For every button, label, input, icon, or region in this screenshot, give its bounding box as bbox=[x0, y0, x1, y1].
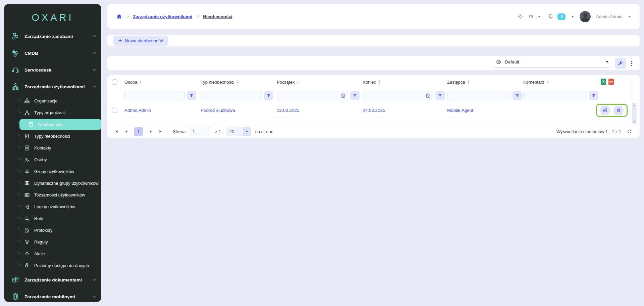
sidebar-item-tozsamosci[interactable]: Tożsamości użytkowników bbox=[4, 189, 101, 201]
bell-icon[interactable] bbox=[548, 13, 554, 19]
sidebar-item-cmdb[interactable]: CMDB bbox=[4, 45, 101, 61]
sidebar-item-label: Akcje bbox=[34, 251, 45, 256]
filter-funnel-button[interactable] bbox=[187, 91, 196, 100]
sidebar-item-typy-nieobecnosci[interactable]: Typy nieobecności bbox=[4, 130, 101, 142]
sidebar-item-label: Loginy użytkowników bbox=[34, 204, 75, 209]
sidebar: OXARI Zarządzanie zasobami CMDB Serviced… bbox=[4, 4, 101, 302]
filter-input-koniec[interactable] bbox=[363, 91, 433, 100]
gear-icon[interactable] bbox=[517, 13, 523, 19]
refresh-icon[interactable] bbox=[627, 129, 632, 134]
new-absence-button[interactable]: + Nowa nieobecność bbox=[113, 36, 168, 46]
first-page-button[interactable] bbox=[114, 129, 118, 134]
sidebar-item-akcje[interactable]: Akcje bbox=[4, 248, 101, 260]
breadcrumb-link-users[interactable]: Zarządzanie użytkownikami bbox=[133, 14, 192, 19]
filter-input-typ[interactable] bbox=[201, 91, 262, 100]
column-menu-icon[interactable] bbox=[547, 80, 548, 84]
column-menu-icon[interactable] bbox=[237, 80, 238, 84]
sidebar-item-label: Kontakty bbox=[34, 145, 51, 150]
sidebar-item-kontakty[interactable]: Kontakty bbox=[4, 142, 101, 154]
sidebar-item-grupy-uzytkownikow[interactable]: Grupy użytkowników bbox=[4, 166, 101, 177]
home-icon[interactable] bbox=[116, 13, 122, 19]
actions-band: + Nowa nieobecność bbox=[107, 35, 640, 46]
calendar-icon[interactable] bbox=[425, 93, 431, 98]
filter-input-osoba[interactable] bbox=[124, 91, 185, 100]
cell-zastepca[interactable]: Mobile Agent bbox=[447, 102, 473, 118]
column-menu-icon[interactable] bbox=[298, 80, 299, 84]
plus-icon: + bbox=[118, 38, 122, 43]
page-size-select[interactable]: 20 bbox=[226, 127, 251, 136]
last-page-button[interactable] bbox=[159, 129, 163, 134]
delete-row-button[interactable] bbox=[613, 106, 624, 115]
chevron-down-icon bbox=[93, 35, 96, 37]
table-row[interactable]: Admin Admin Podróż służbowa 03.03.2025 0… bbox=[107, 102, 640, 118]
sidebar-item-label: Organizacje bbox=[34, 98, 57, 103]
column-menu-icon[interactable] bbox=[468, 80, 469, 84]
avatar[interactable] bbox=[580, 11, 591, 22]
sitemap-icon bbox=[24, 98, 30, 104]
sidebar-item-zarzadzanie-dokumentami[interactable]: Zarządzanie dokumentami bbox=[4, 271, 101, 288]
sidebar-item-zarzadzanie-mobilnymi[interactable]: Zarządzanie mobilnymi bbox=[4, 288, 101, 302]
filter-funnel-button[interactable] bbox=[264, 91, 273, 100]
cell-koniec[interactable]: 04.03.2025 bbox=[363, 102, 385, 118]
pdf-export-icon[interactable]: PDF bbox=[608, 79, 614, 85]
sidebar-item-loginy[interactable]: Loginy użytkowników bbox=[4, 201, 101, 213]
view-selector[interactable]: Default bbox=[495, 58, 610, 68]
cell-typ[interactable]: Podróż służbowa bbox=[201, 102, 235, 118]
kebab-menu-icon[interactable] bbox=[631, 60, 632, 66]
contact-card-icon bbox=[24, 145, 30, 151]
sidebar-item-typy-organizacji[interactable]: Typy organizacji bbox=[4, 107, 101, 119]
table-scrollbar[interactable] bbox=[632, 103, 637, 124]
chevron-down-icon bbox=[93, 69, 96, 71]
previous-page-button[interactable] bbox=[124, 129, 128, 134]
next-page-button[interactable] bbox=[149, 129, 153, 134]
page-of-total: z 1 bbox=[215, 129, 221, 134]
filter-input-komentarz[interactable] bbox=[523, 91, 587, 100]
column-header-poczatek: Początek bbox=[277, 80, 294, 85]
login-arrow-icon bbox=[24, 204, 30, 210]
filter-funnel-button[interactable] bbox=[513, 91, 522, 100]
breadcrumb-current[interactable]: Nieobecności bbox=[203, 14, 232, 19]
filter-funnel-button[interactable] bbox=[350, 91, 360, 100]
sidebar-item-osoby[interactable]: Osoby bbox=[4, 154, 101, 166]
sidebar-item-nieobecnosci-active[interactable]: Nieobecności bbox=[4, 119, 101, 130]
export-buttons: X PDF bbox=[601, 79, 614, 85]
language-selector[interactable]: PL bbox=[529, 14, 535, 19]
page-number-button[interactable]: 1 bbox=[134, 127, 143, 136]
excel-export-icon[interactable]: X bbox=[601, 79, 606, 85]
select-all-checkbox[interactable] bbox=[112, 79, 117, 85]
configure-columns-button[interactable] bbox=[615, 58, 626, 69]
row-checkbox[interactable] bbox=[112, 107, 117, 113]
breadcrumb-separator-icon bbox=[126, 15, 129, 17]
oxari-logo: OXARI bbox=[4, 4, 101, 28]
edit-row-button[interactable] bbox=[600, 106, 611, 115]
sidebar-item-zarzadzanie-uzytkownikami[interactable]: Zarządzanie użytkownikami bbox=[4, 78, 101, 95]
user-menu[interactable]: Admin Admin bbox=[596, 14, 623, 19]
sidebar-item-servicedesk[interactable]: Servicedesk bbox=[4, 61, 101, 78]
sidebar-item-zarzadzanie-zasobami[interactable]: Zarządzanie zasobami bbox=[4, 28, 101, 45]
absences-table: Osoba Typ nieobecności Początek Koniec Z… bbox=[107, 75, 640, 138]
page-number-input[interactable] bbox=[189, 127, 210, 136]
filter-input-zastepca[interactable] bbox=[447, 91, 511, 100]
column-menu-icon[interactable] bbox=[379, 80, 380, 84]
chevron-down-icon bbox=[93, 86, 96, 88]
topbar: Zarządzanie użytkownikami Nieobecności P… bbox=[107, 4, 640, 29]
scroll-down-icon[interactable] bbox=[633, 121, 635, 123]
sidebar-item-organizacje[interactable]: Organizacje bbox=[4, 95, 101, 107]
column-header-typ: Typ nieobecności bbox=[201, 80, 234, 85]
filter-funnel-button[interactable] bbox=[589, 91, 598, 100]
sidebar-item-role[interactable]: Role bbox=[4, 213, 101, 224]
scroll-up-icon[interactable] bbox=[633, 104, 635, 106]
sidebar-item-protokoly[interactable]: Protokoły bbox=[4, 224, 101, 236]
trash-icon bbox=[616, 108, 621, 113]
hexagon-cluster-icon bbox=[11, 32, 19, 40]
filter-input-poczatek[interactable] bbox=[277, 91, 348, 100]
calendar-icon[interactable] bbox=[340, 93, 346, 98]
sidebar-item-poziomy-dostepu[interactable]: Poziomy dostępu do danych bbox=[4, 260, 101, 271]
filter-funnel-button[interactable] bbox=[435, 91, 445, 100]
cell-osoba[interactable]: Admin Admin bbox=[124, 102, 151, 118]
cell-poczatek[interactable]: 03.03.2025 bbox=[277, 102, 300, 118]
column-menu-icon[interactable] bbox=[140, 80, 141, 84]
sidebar-item-label: Typy organizacji bbox=[34, 110, 65, 115]
sidebar-item-reguly[interactable]: Reguły bbox=[4, 236, 101, 248]
sidebar-item-dynamiczne-grupy[interactable]: Dynamiczne grupy użytkowników bbox=[4, 177, 101, 189]
